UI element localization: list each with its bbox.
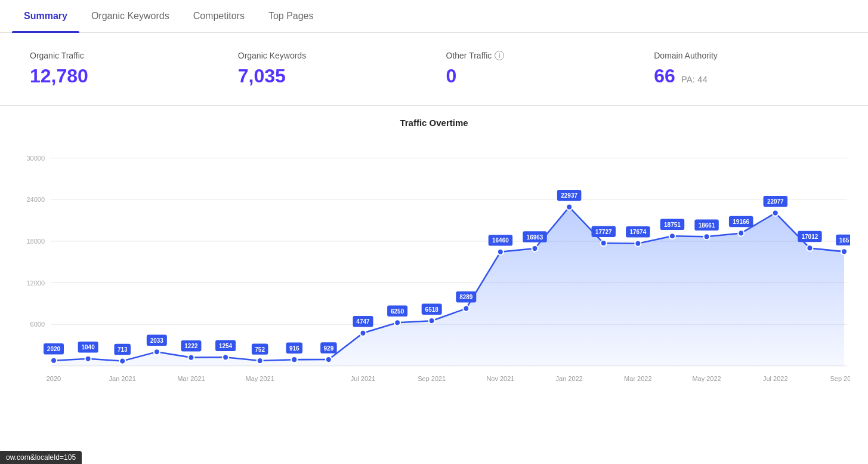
svg-point-32 bbox=[257, 358, 263, 364]
svg-point-11 bbox=[51, 358, 57, 364]
chart-container: 30000 24000 18000 12000 6000 20202020104… bbox=[18, 140, 850, 397]
svg-text:Jul 2021: Jul 2021 bbox=[351, 375, 376, 382]
tab-summary[interactable]: Summary bbox=[12, 0, 79, 32]
svg-text:18000: 18000 bbox=[26, 238, 45, 245]
svg-point-84 bbox=[773, 210, 779, 216]
chart-section: Traffic Overtime 30000 24000 18000 bbox=[0, 106, 868, 402]
svg-point-91 bbox=[841, 248, 847, 254]
svg-text:16460: 16460 bbox=[492, 237, 509, 244]
stat-domain-authority: Domain Authority 66 PA: 44 bbox=[642, 51, 850, 87]
info-icon[interactable]: i bbox=[495, 51, 504, 60]
svg-point-88 bbox=[807, 245, 813, 251]
svg-text:Jul 2022: Jul 2022 bbox=[763, 375, 788, 382]
svg-text:916: 916 bbox=[289, 345, 299, 352]
svg-point-53 bbox=[463, 306, 469, 312]
url-bar: ow.com&localeId=105 bbox=[0, 451, 82, 464]
svg-point-81 bbox=[738, 230, 744, 236]
svg-point-46 bbox=[394, 319, 400, 325]
svg-text:22937: 22937 bbox=[561, 192, 577, 199]
svg-text:Sep 2022: Sep 2022 bbox=[830, 375, 850, 382]
svg-point-60 bbox=[532, 245, 538, 251]
svg-text:1040: 1040 bbox=[81, 344, 95, 351]
svg-text:2033: 2033 bbox=[150, 337, 164, 344]
tabs-nav: Summary Organic Keywords Competitors Top… bbox=[0, 0, 868, 33]
domain-authority-label: Domain Authority bbox=[654, 51, 838, 60]
svg-point-29 bbox=[223, 354, 228, 360]
svg-text:6000: 6000 bbox=[30, 321, 45, 328]
other-traffic-value: 0 bbox=[446, 65, 631, 87]
svg-text:1222: 1222 bbox=[184, 343, 198, 349]
svg-text:1254: 1254 bbox=[219, 343, 233, 349]
svg-text:17674: 17674 bbox=[629, 229, 646, 235]
organic-traffic-value: 12,780 bbox=[30, 65, 214, 87]
tab-organic-keywords[interactable]: Organic Keywords bbox=[79, 0, 181, 32]
svg-text:19166: 19166 bbox=[733, 219, 749, 225]
svg-point-15 bbox=[85, 356, 91, 362]
tab-competitors[interactable]: Competitors bbox=[181, 0, 257, 32]
svg-text:16963: 16963 bbox=[527, 234, 543, 241]
svg-text:2020: 2020 bbox=[47, 346, 61, 352]
svg-point-63 bbox=[566, 204, 572, 210]
organic-traffic-label: Organic Traffic bbox=[30, 51, 214, 60]
svg-text:17727: 17727 bbox=[595, 229, 612, 235]
stat-organic-traffic: Organic Traffic 12,780 bbox=[18, 51, 226, 87]
svg-text:Sep 2021: Sep 2021 bbox=[418, 375, 446, 382]
svg-text:May 2021: May 2021 bbox=[246, 375, 274, 382]
svg-point-67 bbox=[601, 240, 607, 246]
svg-text:752: 752 bbox=[255, 346, 265, 353]
svg-text:30000: 30000 bbox=[26, 155, 45, 162]
svg-text:24000: 24000 bbox=[26, 196, 45, 203]
domain-authority-value: 66 bbox=[654, 65, 675, 87]
svg-text:6518: 6518 bbox=[425, 306, 439, 313]
svg-text:2020: 2020 bbox=[47, 375, 61, 382]
svg-text:18661: 18661 bbox=[699, 222, 715, 229]
svg-point-36 bbox=[291, 357, 297, 362]
svg-point-56 bbox=[498, 249, 503, 255]
svg-text:929: 929 bbox=[324, 345, 334, 352]
svg-text:Jan 2021: Jan 2021 bbox=[109, 375, 136, 382]
stat-organic-keywords: Organic Keywords 7,035 bbox=[226, 51, 434, 87]
stat-other-traffic: Other Traffic i 0 bbox=[434, 51, 642, 87]
tab-top-pages[interactable]: Top Pages bbox=[257, 0, 326, 32]
svg-text:Jan 2022: Jan 2022 bbox=[556, 375, 583, 382]
svg-point-42 bbox=[360, 330, 366, 336]
svg-point-49 bbox=[429, 318, 435, 324]
svg-text:18751: 18751 bbox=[664, 222, 681, 228]
pa-value: PA: 44 bbox=[681, 74, 708, 84]
organic-keywords-label: Organic Keywords bbox=[238, 51, 422, 60]
svg-point-18 bbox=[119, 358, 125, 364]
svg-text:713: 713 bbox=[118, 346, 128, 353]
svg-text:165: 165 bbox=[839, 237, 850, 244]
traffic-chart: 30000 24000 18000 12000 6000 20202020104… bbox=[18, 140, 850, 397]
svg-text:May 2022: May 2022 bbox=[692, 375, 721, 382]
organic-keywords-value: 7,035 bbox=[238, 65, 422, 87]
svg-point-77 bbox=[704, 233, 710, 239]
svg-point-22 bbox=[154, 349, 160, 355]
other-traffic-label: Other Traffic i bbox=[446, 51, 631, 60]
svg-text:Mar 2022: Mar 2022 bbox=[624, 375, 651, 382]
svg-text:22077: 22077 bbox=[767, 198, 784, 205]
svg-text:Nov 2021: Nov 2021 bbox=[486, 375, 514, 382]
svg-point-74 bbox=[669, 233, 675, 239]
svg-text:17012: 17012 bbox=[801, 233, 818, 240]
chart-title: Traffic Overtime bbox=[18, 118, 850, 128]
svg-point-70 bbox=[635, 241, 641, 247]
svg-point-25 bbox=[188, 355, 194, 361]
svg-text:8289: 8289 bbox=[459, 294, 473, 300]
stats-row: Organic Traffic 12,780 Organic Keywords … bbox=[0, 33, 868, 106]
svg-text:Mar 2021: Mar 2021 bbox=[177, 375, 205, 382]
svg-text:12000: 12000 bbox=[26, 279, 45, 287]
svg-text:4747: 4747 bbox=[356, 318, 370, 325]
svg-text:6250: 6250 bbox=[391, 308, 404, 315]
svg-point-39 bbox=[326, 357, 332, 362]
